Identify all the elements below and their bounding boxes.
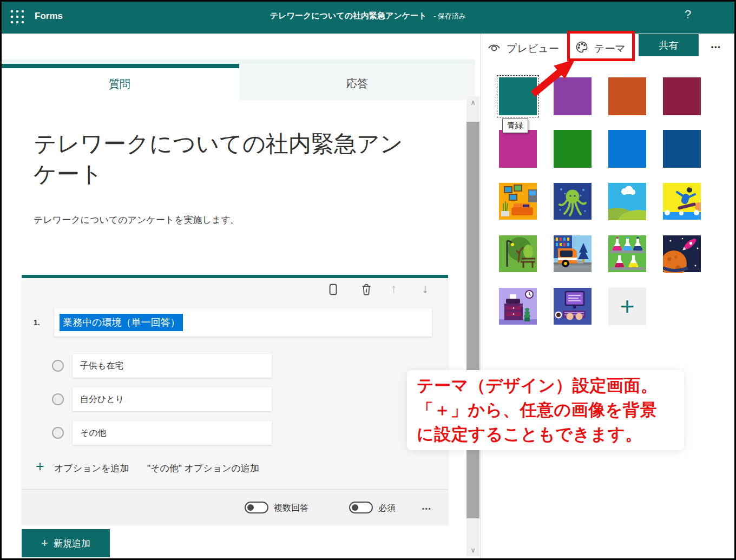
multiple-answers-label: 複数回答 — [274, 503, 308, 514]
required-toggle[interactable] — [349, 502, 373, 513]
move-question-up-icon[interactable]: ↑ — [391, 281, 397, 296]
theme-button[interactable]: テーマ — [594, 42, 626, 56]
document-title: テレワークについての社内緊急アンケート - 保存済み — [0, 11, 736, 21]
theme-image-space[interactable] — [663, 235, 701, 273]
panel-divider — [481, 34, 481, 560]
scrollbar-down-icon[interactable]: ∨ — [466, 546, 479, 554]
delete-question-icon[interactable] — [359, 282, 373, 297]
move-question-down-icon[interactable]: ↓ — [422, 281, 429, 296]
share-button[interactable]: 共有 — [639, 34, 699, 56]
save-status: - 保存済み — [433, 12, 466, 20]
help-button[interactable]: ? — [679, 8, 697, 22]
question-more-button[interactable]: ••• — [422, 505, 432, 512]
plus-icon: + — [41, 536, 48, 550]
toggle-knob — [247, 504, 254, 511]
selected-theme-tooltip: 青緑 — [502, 118, 528, 133]
add-new-question-button[interactable]: + 新規追加 — [22, 529, 110, 557]
toolbar-more-button[interactable]: ••• — [711, 43, 721, 51]
add-other-option-button[interactable]: "その他" オプションの追加 — [147, 462, 259, 475]
callout-line: 「＋」から、任意の画像を背景 — [417, 398, 674, 422]
theme-image-snowboarder[interactable] — [663, 182, 701, 220]
option-input[interactable]: 子供も在宅 — [73, 354, 272, 378]
theme-color-teal[interactable] — [499, 77, 537, 115]
theme-image-living-room[interactable] — [499, 182, 537, 220]
theme-palette-icon — [575, 40, 589, 56]
theme-color-green[interactable] — [554, 130, 592, 168]
annotation-callout: テーマ（デザイン）設定画面。 「＋」から、任意の画像を背景 に設定することもでき… — [407, 370, 684, 450]
preview-eye-icon — [487, 41, 501, 57]
option-radio[interactable] — [52, 360, 64, 372]
theme-color-maroon[interactable] — [663, 77, 701, 115]
option-input[interactable]: 自分ひとり — [73, 387, 272, 411]
option-radio[interactable] — [52, 393, 64, 405]
add-new-label: 新規追加 — [54, 537, 90, 550]
app-bar: Forms テレワークについての社内緊急アンケート - 保存済み ? — [0, 0, 736, 34]
form-title[interactable]: テレワークについての社内緊急アンケート — [34, 129, 412, 189]
theme-color-navy[interactable] — [663, 130, 701, 168]
preview-button[interactable]: プレビュー — [507, 42, 559, 56]
theme-image-bus[interactable] — [554, 235, 592, 273]
theme-image-lab-flasks[interactable] — [608, 235, 646, 273]
theme-panel-grid: + — [499, 77, 701, 325]
scrollbar-up-icon[interactable]: ∧ — [466, 98, 479, 107]
theme-image-typing-keyboard[interactable] — [554, 287, 592, 325]
toggle-knob — [352, 504, 358, 511]
multiple-answers-toggle[interactable] — [245, 502, 268, 513]
tab-strip — [0, 60, 475, 64]
required-label: 必須 — [378, 503, 396, 514]
form-description[interactable]: テレワークについてのアンケートを実施します。 — [34, 214, 240, 226]
tab-responses[interactable]: 応答 — [239, 64, 475, 100]
theme-color-purple[interactable] — [554, 77, 592, 115]
document-title-text: テレワークについての社内緊急アンケート — [270, 11, 427, 20]
question-title-input[interactable]: 業務中の環境（単一回答） — [54, 308, 432, 337]
theme-image-octopus[interactable] — [554, 182, 592, 220]
add-option-button[interactable]: オプションを追加 — [54, 462, 129, 475]
theme-color-blue[interactable] — [608, 130, 646, 168]
theme-color-orange[interactable] — [608, 77, 646, 115]
theme-image-sky-hills[interactable] — [608, 182, 646, 220]
add-custom-theme-tile[interactable]: + — [608, 287, 646, 325]
main-scrollbar[interactable]: ∧ ∨ — [466, 96, 479, 556]
theme-color-magenta[interactable] — [499, 130, 537, 168]
copy-question-icon[interactable] — [326, 282, 340, 297]
option-radio[interactable] — [52, 427, 64, 439]
forms-app-window: Forms テレワークについての社内緊急アンケート - 保存済み ? プレビュー… — [0, 0, 736, 560]
callout-line: に設定することもできます。 — [417, 422, 674, 446]
option-input[interactable]: その他 — [73, 421, 272, 445]
callout-line: テーマ（デザイン）設定画面。 — [417, 373, 674, 398]
question-number: 1. — [34, 318, 40, 327]
theme-image-writing-desk[interactable] — [499, 287, 537, 325]
theme-image-park[interactable] — [499, 235, 537, 273]
scrollbar-thumb[interactable] — [466, 122, 479, 518]
add-option-plus-icon: + — [36, 461, 44, 472]
question-title-selected-text: 業務中の環境（単一回答） — [60, 314, 183, 331]
tab-questions[interactable]: 質問 — [0, 68, 239, 100]
active-tab-indicator — [0, 64, 239, 68]
